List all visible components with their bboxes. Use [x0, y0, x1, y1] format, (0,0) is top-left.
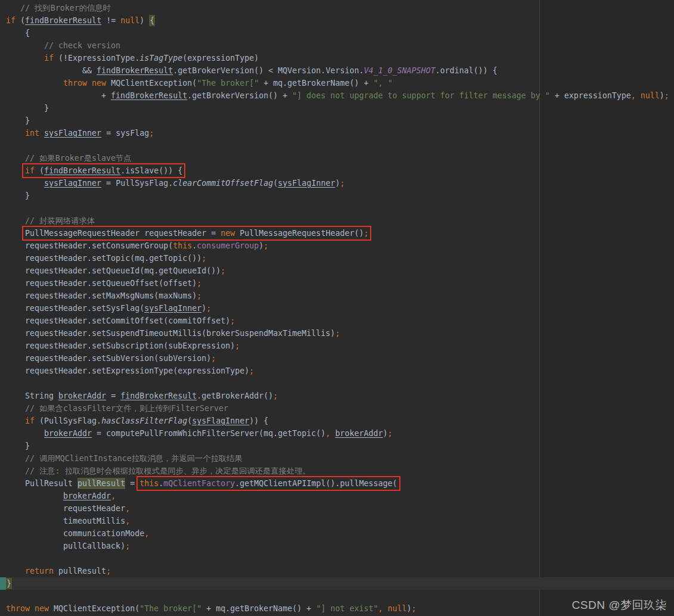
code-line[interactable]: + findBrokerResult.getBrokerVersion() + …: [0, 89, 674, 102]
code-token: .getBrokerAddr(): [197, 391, 273, 400]
code-line[interactable]: if (PullSysFlag.hasClassFilterFlag(sysFl…: [0, 415, 674, 427]
code-token: // 如果含classFilter文件，则上传到FilterServer: [25, 404, 228, 413]
code-token: // 注意: 拉取消息时会根据拉取模式是同步、异步，决定是回调还是直接处理。: [25, 466, 310, 475]
code-token: PullResult: [25, 479, 77, 488]
code-line[interactable]: requestHeader.setSubVersion(subVersion);: [0, 352, 674, 365]
code-token: ;: [125, 542, 130, 550]
code-token: =: [106, 391, 120, 400]
code-token: null: [641, 91, 660, 100]
code-token: ;: [387, 429, 392, 438]
code-line[interactable]: if (!ExpressionType.isTagType(expression…: [0, 52, 674, 64]
code-token: int: [25, 129, 44, 138]
code-line[interactable]: }: [0, 102, 674, 114]
code-line[interactable]: requestHeader.setQueueId(mq.getQueueId()…: [0, 265, 674, 277]
code-line[interactable]: // check version: [0, 39, 674, 52]
code-token: brokerAddr: [63, 491, 111, 500]
code-token: ,: [631, 91, 636, 100]
code-line[interactable]: }: [0, 189, 674, 202]
watermark: CSDN @梦回玖柒: [572, 598, 667, 613]
code-line[interactable]: requestHeader.setExpressionType(expressi…: [0, 365, 674, 377]
code-token: requestHeader.setTopic(mq.getTopic()): [25, 254, 201, 263]
code-token: ;: [230, 316, 235, 325]
code-token: clearCommitOffsetFlag: [173, 179, 273, 188]
code-line[interactable]: // 注意: 拉取消息时会根据拉取模式是同步、异步，决定是回调还是直接处理。: [0, 465, 674, 477]
code-token: .ordinal()) {: [436, 66, 498, 75]
code-line[interactable]: brokerAddr,: [0, 490, 674, 502]
code-line[interactable]: // 如果Broker是slave节点: [0, 152, 674, 164]
code-line[interactable]: requestHeader.setQueueOffset(offset);: [0, 277, 674, 290]
code-token: = PullSysFlag.: [101, 179, 173, 188]
code-token: pullCallback): [63, 542, 125, 550]
code-line[interactable]: requestHeader.setTopic(mq.getTopic());: [0, 252, 674, 265]
code-token: (expressionType): [182, 54, 259, 63]
code-line[interactable]: PullResult pullResult = this.mQClientFac…: [0, 477, 674, 490]
code-token: findBrokerResult: [111, 91, 187, 100]
code-line[interactable]: [0, 552, 674, 565]
code-token: "] does not upgrade to support for filte…: [292, 91, 549, 100]
code-token: ): [660, 91, 664, 100]
code-line[interactable]: PullMessageRequestHeader requestHeader =…: [0, 227, 674, 239]
code-token: // 封装网络请求体: [25, 216, 95, 225]
code-line[interactable]: [0, 202, 674, 214]
code-token: {: [25, 29, 30, 38]
code-line[interactable]: }: [0, 440, 674, 452]
code-token: null: [120, 16, 139, 25]
code-line[interactable]: && findBrokerResult.getBrokerVersion() <…: [0, 64, 674, 77]
code-line[interactable]: {: [0, 27, 674, 39]
code-token: pullResult: [77, 478, 125, 489]
code-token: .getMQClientAPIImpl().pullMessage(: [235, 479, 397, 488]
code-line[interactable]: requestHeader.setSuspendTimeoutMillis(br…: [0, 327, 674, 340]
code-token: ;: [197, 279, 201, 288]
code-line[interactable]: requestHeader.setConsumerGroup(this.cons…: [0, 239, 674, 252]
code-token: }: [25, 116, 30, 125]
code-line[interactable]: sysFlagInner = PullSysFlag.clearCommitOf…: [0, 177, 674, 189]
code-token: String: [25, 391, 58, 400]
code-token: ): [407, 604, 412, 613]
code-line[interactable]: [0, 377, 674, 390]
code-line[interactable]: if (findBrokerResult != null) {: [0, 14, 674, 27]
code-line[interactable]: brokerAddr = computePullFromWhichFilterS…: [0, 427, 674, 440]
code-token: sysFlagInner: [192, 416, 249, 425]
code-token: ;: [106, 567, 111, 575]
code-line[interactable]: communicationMode,: [0, 527, 674, 540]
code-line[interactable]: }: [0, 114, 674, 127]
code-line[interactable]: [0, 139, 674, 152]
code-line[interactable]: String brokerAddr = findBrokerResult.get…: [0, 390, 674, 402]
code-line[interactable]: requestHeader.setMaxMsgNums(maxNums);: [0, 290, 674, 302]
code-line[interactable]: if (findBrokerResult.isSlave()) {: [0, 164, 674, 177]
code-token: // 如果Broker是slave节点: [25, 154, 132, 163]
code-token: ;: [211, 354, 216, 363]
code-token: ;: [335, 329, 340, 338]
code-token: findBrokerResult: [97, 66, 173, 75]
code-line[interactable]: // 封装网络请求体: [0, 214, 674, 227]
code-line[interactable]: return pullResult;: [0, 565, 674, 577]
code-token: }: [44, 104, 49, 113]
code-token: null: [388, 604, 407, 613]
code-line[interactable]: // 如果含classFilter文件，则上传到FilterServer: [0, 402, 674, 415]
code-line[interactable]: }: [0, 577, 674, 590]
code-token: PullMessageRequestHeader requestHeader =: [25, 229, 220, 238]
code-token: = sysFlag: [101, 129, 149, 138]
code-token: consumerGroup: [197, 241, 259, 250]
code-line[interactable]: pullCallback);: [0, 540, 674, 552]
code-token: ;: [220, 266, 225, 275]
code-line[interactable]: requestHeader.setSysFlag(sysFlagInner);: [0, 302, 674, 315]
code-line[interactable]: requestHeader.setSubscription(subExpress…: [0, 340, 674, 352]
code-token: requestHeader.setMaxMsgNums(maxNums): [25, 291, 197, 300]
code-token: ;: [340, 179, 344, 188]
code-line[interactable]: int sysFlagInner = sysFlag;: [0, 127, 674, 139]
code-line[interactable]: // 找到Broker的信息时: [0, 2, 674, 14]
code-token: this: [139, 479, 159, 488]
code-line[interactable]: requestHeader.setCommitOffset(commitOffs…: [0, 315, 674, 327]
code-line[interactable]: throw new MQClientException("The broker[…: [0, 77, 674, 89]
code-token: findBrokerResult: [120, 391, 197, 400]
code-line[interactable]: timeoutMillis,: [0, 515, 674, 527]
code-line[interactable]: requestHeader,: [0, 502, 674, 515]
code-area[interactable]: // 找到Broker的信息时if (findBrokerResult != n…: [0, 0, 674, 615]
code-token: requestHeader.setQueueOffset(offset): [25, 279, 197, 288]
code-line[interactable]: // 调用MQClientInstance拉取消息，并返回一个拉取结果: [0, 452, 674, 465]
code-token: ;: [412, 604, 417, 613]
code-token: brokerAddr: [335, 429, 383, 438]
code-token: requestHeader: [63, 504, 125, 513]
code-token: // 找到Broker的信息时: [20, 4, 111, 13]
